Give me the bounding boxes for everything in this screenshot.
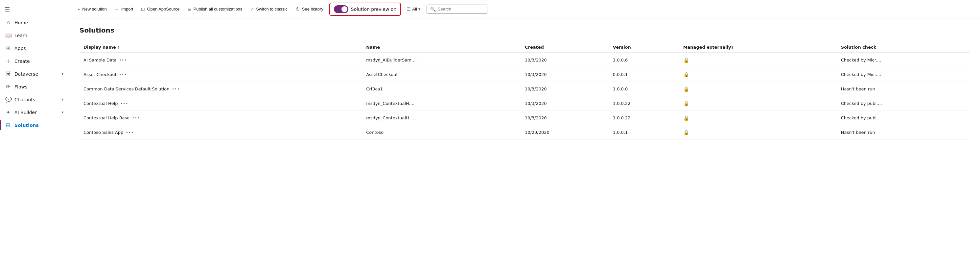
cell-display-name: Common Data Services Default Solution··· [80,82,362,96]
col-header-managed-externally: Managed externally? [679,42,837,53]
switch-icon: ⤢ [250,6,254,12]
sidebar-item-ai-builder-label: AI Builder [14,110,37,115]
filter-all-button[interactable]: ☰ All ▾ [404,5,424,13]
sidebar-item-learn-label: Learn [14,33,27,38]
sidebar-item-apps[interactable]: ⊞Apps [0,42,69,54]
display-name-text: Asset Checkout [83,72,116,77]
chevron-down-icon: ▾ [62,97,64,102]
toggle-thumb [342,6,347,12]
sidebar-item-ai-builder[interactable]: ✦AI Builder▾ [0,106,69,119]
col-header-created: Created [521,42,609,53]
sidebar-item-create[interactable]: +Create [0,54,69,67]
chevron-down-icon: ▾ [62,110,64,115]
cell-managed-externally: 🔒 [679,53,837,67]
sidebar-item-solutions-label: Solutions [14,123,39,128]
cell-managed-externally: 🔒 [679,67,837,82]
chevron-down-icon: ▾ [418,6,421,11]
publish-all-button[interactable]: ⊟ Publish all customizations [185,5,246,14]
cell-version: 1.0.0.6 [609,53,679,67]
sidebar-item-home-label: Home [14,20,28,26]
display-name-text: Contextual Help [83,101,118,106]
cell-display-name: AI Sample Data··· [80,53,362,67]
table-header-row: Display name↑NameCreatedVersionManaged e… [80,42,969,53]
cell-created: 10/3/2020 [521,53,609,67]
sidebar-item-flows-label: Flows [14,84,27,89]
create-icon: + [5,58,11,64]
cell-solution-check: Hasn't been run [837,125,969,140]
more-options-button[interactable]: ··· [126,129,134,136]
cell-created: 10/3/2020 [521,67,609,82]
display-name-text: AI Sample Data [83,57,117,62]
switch-classic-button[interactable]: ⤢ Switch to classic [247,5,291,14]
cell-solution-check: Checked by publ.... [837,96,969,111]
chevron-down-icon: ▾ [62,72,64,76]
more-options-button[interactable]: ··· [172,86,180,92]
more-options-button[interactable]: ··· [119,57,127,63]
col-header-name: Name [362,42,521,53]
sidebar-item-home[interactable]: ⌂Home [0,16,69,29]
col-header-display-name[interactable]: Display name↑ [80,42,362,53]
learn-icon: 📖 [5,32,11,38]
publish-all-label: Publish all customizations [194,6,243,11]
cell-managed-externally: 🔒 [679,96,837,111]
cell-name: AssetCheckout [362,67,521,82]
ai-builder-icon: ✦ [5,109,11,115]
lock-icon: 🔒 [683,100,689,107]
display-name-text: Common Data Services Default Solution [83,86,169,91]
cell-created: 10/3/2020 [521,111,609,125]
chatbots-icon: 💬 [5,96,11,103]
see-history-button[interactable]: ⏱ See history [292,5,327,14]
solutions-icon: ⊟ [5,122,11,128]
publish-icon: ⊟ [188,6,192,12]
search-icon: 🔍 [430,6,436,12]
lock-icon: 🔒 [683,115,689,121]
topbar: + New solution ← Import ⊡ Open AppSource… [69,0,980,18]
sidebar-item-chatbots[interactable]: 💬Chatbots▾ [0,93,69,106]
table-body: AI Sample Data···msdyn_AIBuilderSam....1… [80,53,969,140]
appsource-icon: ⊡ [141,6,145,12]
sidebar-item-solutions[interactable]: ⊟Solutions [0,119,69,132]
cell-display-name: Contoso Sales App··· [80,125,362,139]
table-row: Common Data Services Default Solution···… [80,82,969,96]
search-input[interactable] [438,6,484,11]
cell-solution-check: Checked by Micr.... [837,53,969,67]
more-options-button[interactable]: ··· [132,115,140,121]
cell-name: Crf0ca1 [362,82,521,96]
sidebar-item-chatbots-label: Chatbots [14,97,35,102]
open-appsource-button[interactable]: ⊡ Open AppSource [138,5,183,14]
more-options-button[interactable]: ··· [119,71,127,78]
cell-display-name: Asset Checkout··· [80,67,362,81]
switch-classic-label: Switch to classic [256,6,287,11]
sidebar-item-dataverse-label: Dataverse [14,71,38,77]
cell-name: msdyn_ContextualH.... [362,96,521,111]
cell-display-name: Contextual Help··· [80,96,362,110]
cell-version: 1.0.0.22 [609,96,679,111]
open-appsource-label: Open AppSource [147,6,180,11]
plus-icon: + [78,6,80,12]
cell-name: msdyn_AIBuilderSam.... [362,53,521,67]
import-button[interactable]: ← Import [111,5,137,14]
lock-icon: 🔒 [683,57,689,63]
col-header-solution-check: Solution check [837,42,969,53]
cell-created: 10/20/2020 [521,125,609,140]
page-title: Solutions [80,26,969,34]
cell-managed-externally: 🔒 [679,125,837,140]
flows-icon: ⟳ [5,83,11,90]
hamburger-menu[interactable]: ☰ [0,3,69,16]
sidebar-item-dataverse[interactable]: 🗄Dataverse▾ [0,67,69,80]
sidebar-item-flows[interactable]: ⟳Flows [0,80,69,93]
main-area: + New solution ← Import ⊡ Open AppSource… [69,0,980,268]
sidebar-item-learn[interactable]: 📖Learn [0,29,69,42]
sort-icon: ↑ [117,45,120,49]
cell-version: 0.0.0.1 [609,67,679,82]
new-solution-button[interactable]: + New solution [74,5,110,14]
import-label: Import [121,6,134,11]
more-options-button[interactable]: ··· [121,100,129,107]
lock-icon: 🔒 [683,86,689,92]
cell-solution-check: Checked by publ.... [837,111,969,125]
see-history-label: See history [302,6,323,11]
cell-solution-check: Hasn't been run [837,82,969,96]
dataverse-icon: 🗄 [5,71,11,77]
solution-preview-toggle[interactable] [334,5,348,13]
content-area: Solutions Display name↑NameCreatedVersio… [69,18,980,268]
